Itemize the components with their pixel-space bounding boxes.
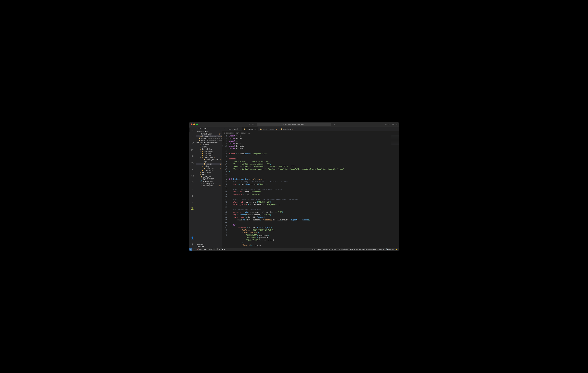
tree-item[interactable]: ▸register • [196, 165, 222, 167]
open-editor-item[interactable]: !template.yaml9+ [196, 133, 222, 135]
badge: 1 [220, 167, 221, 169]
open-editors-header[interactable]: OPEN EDITORS [196, 131, 222, 133]
tree-item[interactable]: ▸books_list [196, 154, 222, 156]
problems-button[interactable]: ⊘ 97 ⚠ 3 ⓘ 4 [209, 248, 220, 250]
tree-item[interactable]: ▸hello_world [196, 171, 222, 174]
close-tab-icon[interactable]: × [255, 128, 256, 130]
py-icon: ⬢ [204, 167, 206, 169]
settings-gear-icon[interactable]: ⚙ [191, 243, 194, 246]
project-header[interactable]: FCJ-BOOK-STORE-SAM-WS3 [196, 141, 222, 144]
folder-icon: ▸ [200, 172, 202, 173]
file-icon: ! [224, 128, 226, 130]
item-name: tests [202, 174, 206, 176]
tree-item[interactable]: ▸resize_image [196, 169, 222, 171]
item-name: books_list [204, 155, 211, 156]
editor-tab[interactable]: ⬢register.py1 [279, 127, 295, 131]
open-editor-item[interactable]: ⬢confirm_user.py fcj-book-shop/c...1 [196, 137, 222, 139]
database-icon[interactable]: ⛁ [191, 174, 194, 178]
source-control-icon[interactable]: ⎇ [191, 141, 194, 145]
nav-back-icon[interactable]: ← [248, 124, 250, 125]
ports-button[interactable]: 📡 0 [221, 249, 225, 250]
tree-item[interactable]: ⬢confirm_user.py1 [196, 159, 222, 161]
tree-item[interactable]: ▸.aws-sam [196, 144, 222, 146]
outline-header[interactable]: OUTLINE [196, 243, 222, 246]
gitlens-icon[interactable]: ◆ [191, 194, 194, 197]
tree-item[interactable]: ◦.python-version [196, 178, 222, 180]
toml-icon: T [200, 183, 202, 185]
tree-item[interactable]: !template.yaml9+ [196, 185, 222, 187]
open-editor-item[interactable]: × ⬢login.py fcj-book-shop/login1 [196, 135, 222, 137]
tree-item[interactable]: ▸book_create [196, 150, 222, 152]
notifications-icon[interactable]: 🔔 [396, 249, 398, 250]
language-mode-button[interactable]: {} Python [341, 249, 348, 250]
tree-item[interactable]: ▸tests [196, 174, 222, 176]
accounts-icon[interactable]: 👤 [191, 236, 194, 240]
breadcrumb[interactable]: fcj-book-shop›login›login.py›... [222, 131, 399, 134]
breadcrumb-item[interactable]: login [235, 132, 239, 134]
command-center[interactable]: ⌕ fcj-book-store-sam-ws3 [257, 123, 331, 126]
breadcrumb-item[interactable]: login.py [241, 132, 246, 134]
tree-item[interactable]: ⓘREADME.md [196, 180, 222, 183]
code-content[interactable]: import json import boto3 import os impor… [229, 134, 391, 248]
chevron-right-icon [200, 169, 201, 171]
golive-button[interactable]: 📡 Go Live [386, 249, 394, 250]
close-window-button[interactable] [191, 124, 192, 125]
tree-item[interactable]: ⬢register.py1 [196, 167, 222, 169]
tree-item[interactable]: ▸confirm_user • [196, 156, 222, 159]
tree-item[interactable]: ▸events [196, 146, 222, 148]
badge: 1 [220, 163, 221, 165]
editor-tab[interactable]: ⬢confirm_user.py1 [258, 127, 279, 131]
search-activity-icon[interactable]: ⌕ [191, 135, 194, 138]
explorer-icon[interactable]: 🗎 [189, 128, 196, 132]
timeline-header[interactable]: TIMELINE [196, 246, 222, 248]
encoding-button[interactable]: UTF-8 [332, 249, 336, 250]
tree-item[interactable]: ▸book_delete [196, 152, 222, 154]
open-editor-item[interactable]: ⬢register.py fcj-book-shop/register1 [196, 139, 222, 141]
minimap[interactable] [391, 134, 399, 248]
toggle-secondary-sidebar-icon[interactable]: ◨ [396, 123, 397, 125]
todo-icon[interactable]: ✓ [191, 200, 194, 204]
misc-icon-1[interactable]: ✓ [191, 187, 194, 191]
toggle-primary-sidebar-icon[interactable]: ◧ [388, 123, 390, 125]
py-icon: ⬢ [200, 176, 202, 178]
editor-tab[interactable]: ⬢login.py1× [242, 127, 258, 131]
tree-item[interactable]: ▸login • [196, 161, 222, 163]
statusbar: ⮂ ⟳ 🚀 Launchpad ⊘ 97 ⚠ 3 ⓘ 4 📡 0 Ln 61, … [189, 248, 399, 251]
tree-item[interactable]: ⬢__init__.py [196, 176, 222, 178]
folder-icon: ▸ [201, 161, 203, 163]
py-icon: ⬢ [204, 159, 206, 161]
sync-button[interactable]: ⟳ [194, 249, 195, 250]
layout-controls: ⊞ ◧ ⬓ ◨ [385, 123, 397, 125]
editor-tab[interactable]: !template.yaml9+ [222, 127, 242, 131]
eol-button[interactable]: LF [338, 249, 340, 250]
remote-button[interactable]: ⮂ [189, 248, 192, 251]
copilot-icon[interactable]: ⎈ [334, 124, 335, 125]
titlebar: ← → ⌕ fcj-book-store-sam-ws3 ⎈ ⊞ ◧ ⬓ ◨ [189, 122, 399, 127]
extensions-icon[interactable]: ⊞ [191, 154, 194, 158]
interpreter-button[interactable]: 3.11.10 64-bit ('fcj-book-store-sam-ws3'… [350, 249, 384, 250]
tree-item[interactable]: ⬢login.py1 [196, 163, 222, 165]
file-path: fcj-book-shop/c... [213, 137, 222, 139]
cursor-position[interactable]: Ln 61, Col 1 [312, 249, 321, 250]
indentation-button[interactable]: Spaces: 2 [323, 249, 330, 250]
editor-body[interactable]: ▷ ⫿ ⋯ 1 2 3 4 5 6 7 8 9 10 11 12 13 14 1… [222, 134, 399, 248]
bookmarks-icon[interactable]: ⧉ [191, 181, 194, 184]
launchpad-button[interactable]: 🚀 Launchpad [197, 249, 208, 250]
breadcrumb-item[interactable]: ... [248, 132, 250, 134]
breadcrumb-item[interactable]: fcj-book-shop [224, 132, 234, 134]
explorer-more-icon[interactable]: ⋯ [219, 128, 220, 130]
minimize-window-button[interactable] [193, 124, 195, 125]
folder-icon: ▸ [200, 144, 202, 146]
python-env-icon[interactable]: 🐍 [191, 207, 194, 210]
tree-item[interactable]: Tsamconfig.toml [196, 183, 222, 185]
toggle-panel-icon[interactable]: ⬓ [392, 123, 394, 125]
tab-badge: 1 [254, 128, 254, 130]
folder-icon: ▸ [201, 152, 203, 154]
run-debug-icon[interactable]: ▷ [191, 148, 194, 151]
layout-customize-icon[interactable]: ⊞ [385, 123, 387, 125]
tree-item[interactable]: ▸fcj-book-shop • [196, 148, 222, 150]
testing-icon[interactable]: ⚗ [191, 161, 194, 165]
nav-forward-icon[interactable]: → [252, 124, 254, 125]
aws-icon[interactable]: ☁ [191, 167, 194, 171]
maximize-window-button[interactable] [196, 124, 198, 125]
